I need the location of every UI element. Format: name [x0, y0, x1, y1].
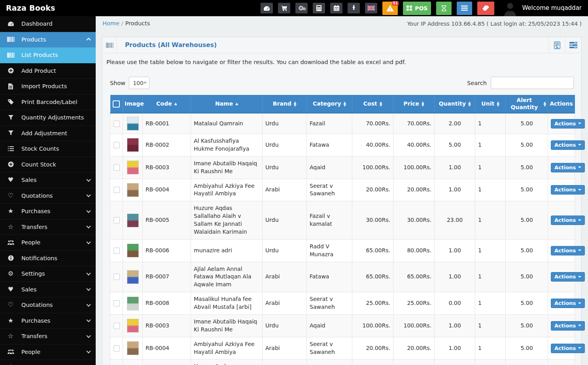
row-actions-button[interactable]: Actions [551, 119, 585, 129]
search-input[interactable] [491, 77, 574, 89]
row-actions-button[interactable]: Actions [551, 299, 585, 308]
product-thumbnail[interactable] [127, 138, 139, 152]
brand-logo[interactable]: Raza Books [6, 0, 55, 16]
row-checkbox[interactable] [113, 187, 120, 193]
chevron-down-icon [578, 325, 581, 326]
sidebar-item-count-stock[interactable]: Count Stock [0, 157, 96, 173]
cell-unit: 1 [475, 179, 506, 201]
pending-button[interactable] [436, 2, 452, 15]
column-header-price[interactable]: Price▲▼ [393, 95, 435, 113]
sidebar-item-transfers[interactable]: ☆Transfers [0, 329, 96, 344]
sort-icon[interactable]: ▲▼ [344, 101, 346, 106]
sort-icon[interactable]: ▲▼ [294, 101, 297, 106]
cogs-shortcut-button[interactable]: ⚙⚙ [295, 3, 308, 13]
sort-icon[interactable]: ▲▼ [468, 101, 471, 106]
column-header-quantity[interactable]: Quantity▲▼ [435, 95, 475, 113]
row-actions-button[interactable]: Actions [551, 140, 585, 150]
cell-unit: 1 [475, 292, 506, 315]
product-thumbnail[interactable] [127, 319, 139, 333]
sidebar-item-quotations[interactable]: ♡Quotations [0, 297, 96, 313]
sidebar-item-purchases[interactable]: ★Purchases [0, 313, 96, 329]
row-checkbox[interactable] [113, 121, 120, 127]
calendar-shortcut-button[interactable] [330, 3, 342, 13]
row-checkbox[interactable] [113, 248, 120, 254]
product-thumbnail[interactable] [127, 341, 139, 355]
report-view-button[interactable] [549, 37, 565, 53]
sidebar-item-purchases[interactable]: ★Purchases [0, 204, 96, 219]
sidebar-item-add-product[interactable]: Add Product [0, 63, 96, 79]
product-thumbnail[interactable] [127, 183, 139, 197]
sidebar-item-people[interactable]: People [0, 235, 96, 251]
style-shortcut-button[interactable]: Ɨ [348, 3, 360, 13]
row-actions-button[interactable]: Actions [551, 344, 585, 353]
sort-icon[interactable]: ▲▼ [497, 101, 499, 106]
sidebar-item-import-products[interactable]: Import Products [0, 79, 96, 95]
pos-button[interactable]: POS [403, 2, 431, 15]
row-checkbox[interactable] [113, 165, 120, 171]
column-header-name[interactable]: Name▲ [191, 95, 263, 113]
sidebar-item-dashboard[interactable]: Dashboard [0, 16, 96, 32]
sidebar-item-people[interactable]: People [0, 344, 96, 360]
sidebar-item-stock-counts[interactable]: Stock Counts [0, 141, 96, 157]
column-header-cost[interactable]: Cost▲▼ [352, 95, 393, 113]
sidebar-item-notifications[interactable]: Notifications [0, 251, 96, 267]
sidebar-item-quotations[interactable]: ♡Quotations [0, 188, 96, 204]
calculator-shortcut-button[interactable] [313, 3, 325, 13]
select-all-checkbox[interactable] [113, 100, 120, 108]
sidebar-item-list-products[interactable]: List Products [0, 47, 96, 63]
actions-button-label: Actions [554, 121, 576, 127]
cell-code: RB-0003 [143, 314, 191, 337]
product-thumbnail[interactable] [127, 214, 139, 227]
sidebar-item-sales[interactable]: ♥Sales [0, 282, 96, 298]
product-thumbnail[interactable] [127, 117, 139, 130]
row-checkbox[interactable] [113, 217, 120, 223]
clear-cache-button[interactable] [477, 2, 494, 15]
row-checkbox[interactable] [113, 300, 120, 306]
column-header-alert-quantity[interactable]: Alert Quantity▲▼ [506, 95, 548, 113]
row-actions-button[interactable]: Actions [551, 246, 585, 255]
product-thumbnail[interactable] [127, 270, 139, 284]
column-header-brand[interactable]: Brand▲▼ [263, 95, 307, 113]
sidebar-item-notifications[interactable]: Notifications [0, 360, 96, 365]
cart-shortcut-button[interactable] [278, 3, 290, 13]
people-icon [6, 349, 15, 354]
row-actions-button[interactable]: Actions [551, 272, 585, 282]
sort-icon[interactable]: ▲▼ [380, 101, 382, 106]
sidebar-item-quantity-adjustments[interactable]: Quantity Adjustments [0, 110, 96, 126]
column-header-code[interactable]: Code▲ [143, 95, 191, 113]
row-actions-button[interactable]: Actions [551, 321, 585, 331]
sort-icon[interactable]: ▲▼ [422, 101, 424, 106]
sort-icon[interactable]: ▲▼ [543, 101, 546, 106]
show-entries-select[interactable]: 100 [129, 77, 149, 89]
sidebar-item-sales[interactable]: ♥Sales [0, 172, 96, 188]
list-view-button[interactable] [457, 2, 472, 15]
row-actions-button[interactable]: Actions [551, 163, 585, 172]
column-header-unit[interactable]: Unit▲▼ [475, 95, 506, 113]
sidebar-item-add-adjustment[interactable]: Add Adjustment [0, 126, 96, 142]
user-avatar[interactable] [503, 0, 517, 16]
product-thumbnail[interactable] [127, 297, 139, 310]
row-checkbox[interactable] [113, 142, 120, 148]
sidebar-item-transfers[interactable]: ☆Transfers [0, 219, 96, 235]
dashboard-shortcut-button[interactable] [261, 3, 273, 13]
row-checkbox[interactable] [113, 323, 120, 329]
cell-code: RB-0008 [143, 292, 191, 315]
sidebar-item-settings[interactable]: ⚙Settings [0, 266, 96, 282]
row-checkbox[interactable] [113, 345, 120, 352]
row-actions-button[interactable]: Actions [551, 216, 585, 225]
sort-asc-icon[interactable]: ▲ [174, 102, 177, 106]
product-thumbnail[interactable] [127, 161, 139, 174]
sort-asc-icon[interactable]: ▲ [235, 102, 238, 106]
language-english-button[interactable] [365, 3, 377, 13]
sidebar-item-print-barcode-label[interactable]: Print Barcode/Label [0, 95, 96, 110]
column-header-category[interactable]: Category▲▼ [307, 95, 352, 113]
chevron-down-icon [578, 303, 581, 304]
product-thumbnail[interactable] [127, 244, 139, 257]
breadcrumb-home-link[interactable]: Home [102, 20, 119, 26]
chevron-down-icon [86, 271, 91, 275]
column-toggle-button[interactable] [565, 37, 581, 53]
row-checkbox[interactable] [113, 274, 120, 280]
alerts-button[interactable]: 51 [382, 2, 398, 15]
row-actions-button[interactable]: Actions [551, 185, 585, 195]
sidebar-item-products[interactable]: Products [0, 32, 96, 48]
